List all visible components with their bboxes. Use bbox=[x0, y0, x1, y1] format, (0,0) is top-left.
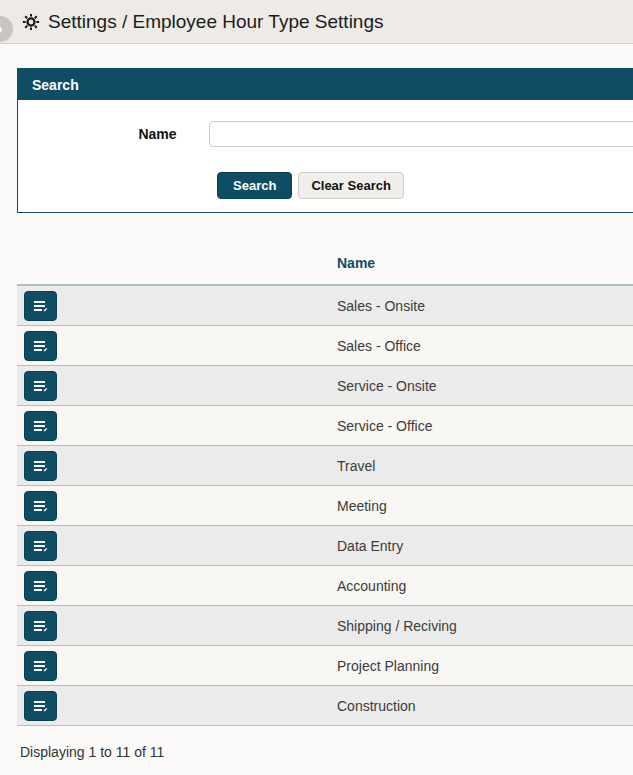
list-edit-icon bbox=[33, 700, 48, 713]
row-name: Project Planning bbox=[337, 658, 439, 674]
table-row: Travel bbox=[17, 446, 633, 486]
row-action-button[interactable] bbox=[24, 331, 57, 361]
name-field-label: Name bbox=[18, 126, 177, 142]
search-button-row: Search Clear Search bbox=[217, 172, 633, 199]
list-edit-icon bbox=[33, 420, 48, 433]
row-name: Service - Onsite bbox=[337, 378, 437, 394]
row-action-button[interactable] bbox=[24, 411, 57, 441]
table-body: Sales - Onsite Sales - Office bbox=[17, 284, 633, 726]
row-name: Sales - Onsite bbox=[337, 298, 425, 314]
list-edit-icon bbox=[33, 620, 48, 633]
row-name: Construction bbox=[337, 698, 416, 714]
row-action-button[interactable] bbox=[24, 611, 57, 641]
row-name: Meeting bbox=[337, 498, 387, 514]
search-panel: Search Name Search Clear Search bbox=[17, 68, 633, 213]
employee-hour-type-settings-page: Settings / Employee Hour Type Settings ›… bbox=[0, 0, 633, 775]
list-edit-icon bbox=[33, 500, 48, 513]
table-row: Construction bbox=[17, 686, 633, 726]
row-name: Service - Office bbox=[337, 418, 432, 434]
table-row: Project Planning bbox=[17, 646, 633, 686]
row-name: Sales - Office bbox=[337, 338, 421, 354]
row-name: Data Entry bbox=[337, 538, 403, 554]
list-edit-icon bbox=[33, 660, 48, 673]
list-edit-icon bbox=[33, 580, 48, 593]
table-row: Sales - Onsite bbox=[17, 286, 633, 326]
search-panel-title: Search bbox=[32, 77, 79, 93]
search-panel-header: Search bbox=[18, 69, 633, 100]
page-title: Settings / Employee Hour Type Settings bbox=[48, 11, 384, 33]
row-name: Shipping / Reciving bbox=[337, 618, 457, 634]
pagination-status: Displaying 1 to 11 of 11 bbox=[20, 744, 164, 760]
table-row: Service - Onsite bbox=[17, 366, 633, 406]
row-action-button[interactable] bbox=[24, 491, 57, 521]
row-name: Accounting bbox=[337, 578, 406, 594]
list-edit-icon bbox=[33, 380, 48, 393]
row-action-button[interactable] bbox=[24, 291, 57, 321]
row-action-button[interactable] bbox=[24, 571, 57, 601]
table-row: Shipping / Reciving bbox=[17, 606, 633, 646]
list-edit-icon bbox=[33, 460, 48, 473]
table-header-row: Name bbox=[17, 240, 633, 284]
row-action-button[interactable] bbox=[24, 451, 57, 481]
table-row: Service - Office bbox=[17, 406, 633, 446]
list-edit-icon bbox=[33, 540, 48, 553]
list-edit-icon bbox=[33, 300, 48, 313]
search-panel-body: Name Search Clear Search bbox=[18, 100, 633, 212]
list-edit-icon bbox=[33, 340, 48, 353]
hour-type-table: Name Sales - Onsite bbox=[17, 240, 633, 726]
page-header: Settings / Employee Hour Type Settings bbox=[0, 0, 633, 44]
row-action-button[interactable] bbox=[24, 371, 57, 401]
row-name: Travel bbox=[337, 458, 375, 474]
table-row: Data Entry bbox=[17, 526, 633, 566]
name-input[interactable] bbox=[209, 121, 633, 147]
row-action-button[interactable] bbox=[24, 691, 57, 721]
clear-search-button[interactable]: Clear Search bbox=[298, 172, 404, 199]
table-row: Sales - Office bbox=[17, 326, 633, 366]
table-row: Meeting bbox=[17, 486, 633, 526]
row-action-button[interactable] bbox=[24, 651, 57, 681]
gear-icon bbox=[22, 13, 40, 31]
row-action-button[interactable] bbox=[24, 531, 57, 561]
column-header-name: Name bbox=[337, 255, 375, 271]
chevron-right-icon: › bbox=[0, 21, 3, 37]
search-button[interactable]: Search bbox=[217, 172, 292, 199]
name-form-row: Name bbox=[18, 121, 633, 147]
table-row: Accounting bbox=[17, 566, 633, 606]
